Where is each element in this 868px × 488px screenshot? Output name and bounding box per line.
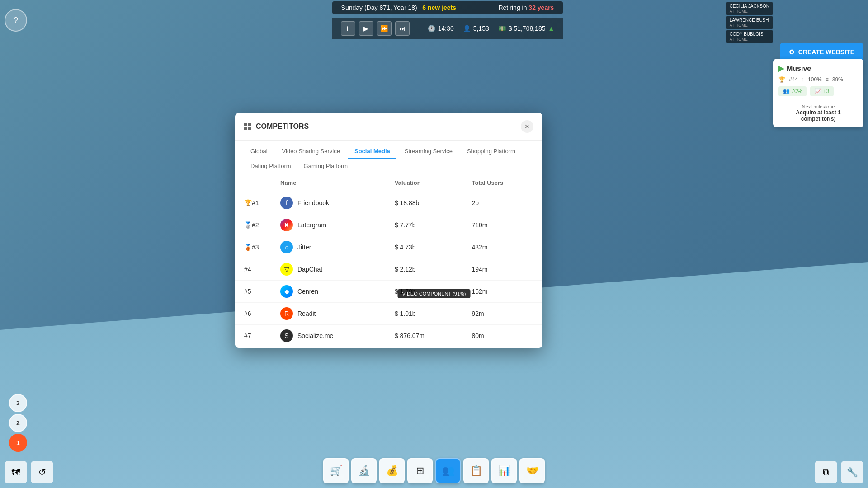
table-row: #7 S Socialize.me $ 876.07m 80m (235, 325, 542, 347)
grid-icon (244, 123, 251, 130)
tab-dating[interactable]: Dating Platform (244, 159, 297, 174)
tab-global[interactable]: Global (244, 144, 274, 159)
table-row: 🥈#2 ✖ Latergram $ 7.77b 710m (235, 214, 542, 236)
rank-cell: #8 (235, 347, 271, 348)
modal-overlay: COMPETITORS ✕ Global Video Sharing Servi… (0, 0, 868, 488)
company-logo: ○ (280, 241, 293, 253)
table-row: 🏆#1 f Friendbook $ 18.88b 2b (235, 192, 542, 214)
company-logo: ✖ (280, 219, 293, 231)
trophy-bronze-icon: 🥉 (244, 244, 252, 251)
trophy-silver-icon: 🥈 (244, 221, 252, 229)
company-name: Jitter (297, 244, 311, 251)
company-logo: ▽ (280, 263, 293, 276)
table-row: #6 R Readit $ 1.01b 92m (235, 303, 542, 325)
col-name: Name (271, 174, 386, 192)
col-rank (235, 174, 271, 192)
rank-cell: 🏆#1 (235, 192, 271, 214)
company-logo: R (280, 307, 293, 320)
users-cell: 194m (462, 258, 542, 281)
name-cell: ✖ Latergram (271, 214, 386, 236)
modal-tabs-row2: Dating Platform Gaming Platform (235, 159, 542, 174)
name-cell: ▽ DapChat (271, 258, 386, 281)
modal-title: COMPETITORS (244, 122, 309, 131)
name-cell: R Readit (271, 303, 386, 325)
video-component-tooltip: VIDEO COMPONENT (91%) (398, 289, 471, 298)
valuation-cell: $ 7.77b (386, 214, 463, 236)
valuation-cell: $ 18.88b (386, 192, 463, 214)
rank-cell: #5 (235, 281, 271, 303)
modal-body: Name Valuation Total Users 🏆#1 f Friendb… (235, 174, 542, 348)
company-name: Cenren (297, 288, 318, 295)
company-name: Latergram (297, 221, 326, 229)
users-cell: 24m (462, 347, 542, 348)
table-row: #8 M MeetyMe $ 257.42m 24m (235, 347, 542, 348)
company-name: Socialize.me (297, 332, 333, 339)
name-cell: S Socialize.me (271, 325, 386, 347)
rank-cell: 🥉#3 (235, 236, 271, 258)
name-cell: ○ Jitter (271, 236, 386, 258)
users-cell: 162m (462, 281, 542, 303)
col-users: Total Users (462, 174, 542, 192)
company-logo: S (280, 329, 293, 342)
tab-shopping[interactable]: Shopping Platform (461, 144, 522, 159)
tab-video-sharing[interactable]: Video Sharing Service (276, 144, 346, 159)
valuation-cell: $ 2.12b (386, 258, 463, 281)
users-cell: 2b (462, 192, 542, 214)
modal-tabs: Global Video Sharing Service Social Medi… (235, 141, 542, 159)
modal-header: COMPETITORS ✕ (235, 113, 542, 141)
competitors-table: Name Valuation Total Users 🏆#1 f Friendb… (235, 174, 542, 348)
trophy-gold-icon: 🏆 (244, 199, 252, 206)
company-logo: ◆ (280, 285, 293, 298)
tab-streaming[interactable]: Streaming Service (398, 144, 459, 159)
users-cell: 432m (462, 236, 542, 258)
name-cell: M MeetyMe (271, 347, 386, 348)
company-name: Readit (297, 310, 316, 317)
valuation-cell: $ 257.42m (386, 347, 463, 348)
rank-cell: #6 (235, 303, 271, 325)
valuation-cell: $ 876.07m (386, 325, 463, 347)
company-name: Friendbook (297, 199, 329, 206)
company-name: DapChat (297, 266, 322, 273)
tab-social-media[interactable]: Social Media (348, 144, 396, 159)
users-cell: 92m (462, 303, 542, 325)
users-cell: 80m (462, 325, 542, 347)
company-logo: f (280, 197, 293, 209)
rank-cell: 🥈#2 (235, 214, 271, 236)
modal-close-button[interactable]: ✕ (521, 120, 533, 133)
tab-gaming[interactable]: Gaming Platform (297, 159, 354, 174)
name-cell: f Friendbook (271, 192, 386, 214)
users-cell: 710m (462, 214, 542, 236)
table-row: 🥉#3 ○ Jitter $ 4.73b 432m (235, 236, 542, 258)
valuation-cell: $ 1.01b (386, 303, 463, 325)
modal-title-text: COMPETITORS (256, 122, 309, 131)
name-cell: ◆ Cenren (271, 281, 386, 303)
table-row: #5 ◆ Cenren $ 1.78b 162m (235, 281, 542, 303)
col-valuation: Valuation (386, 174, 463, 192)
rank-cell: #4 (235, 258, 271, 281)
valuation-cell: $ 4.73b (386, 236, 463, 258)
competitors-modal: COMPETITORS ✕ Global Video Sharing Servi… (235, 113, 542, 348)
rank-cell: #7 (235, 325, 271, 347)
table-row: #4 ▽ DapChat $ 2.12b 194m (235, 258, 542, 281)
